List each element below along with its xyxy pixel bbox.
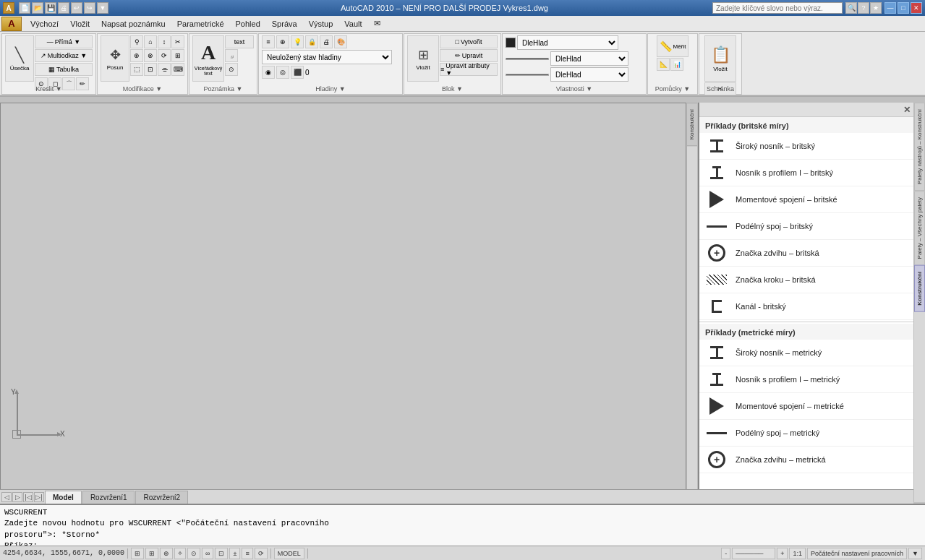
- model-space-btn[interactable]: MODEL: [274, 548, 304, 559]
- qa-new[interactable]: 📄: [19, 2, 30, 14]
- tab-nav-first[interactable]: |◁: [23, 492, 33, 502]
- far-tab-palety-nastroju[interactable]: Palety nástrojů – Konstrukční: [914, 103, 925, 191]
- panel-item-wide-flange-metric[interactable]: Široký nosník – metrický: [699, 340, 913, 366]
- btn-prima[interactable]: — Přímá ▼: [35, 35, 93, 48]
- menu-pohled[interactable]: Pohled: [230, 17, 266, 31]
- konstrukcni-side-label[interactable]: Konstrukční: [686, 103, 698, 502]
- btn-hl8[interactable]: ◎: [276, 66, 289, 79]
- info-btn[interactable]: ?: [858, 2, 869, 14]
- zoom-slider[interactable]: ──────: [732, 548, 775, 559]
- search-btn[interactable]: 🔍: [845, 2, 857, 14]
- btn-hl5[interactable]: 🖨: [320, 35, 333, 48]
- osnap-btn[interactable]: ⊙: [187, 548, 200, 559]
- dyn-btn[interactable]: ±: [229, 548, 240, 559]
- far-tab-palety-vsechny[interactable]: Palety – Všechny palety: [914, 191, 925, 265]
- tab-model[interactable]: Model: [45, 491, 82, 504]
- btn-mod5[interactable]: ⊕: [130, 49, 143, 62]
- btn-mod6[interactable]: ⊗: [144, 49, 157, 62]
- lweight-btn[interactable]: ≡: [242, 548, 252, 559]
- btn-mod10[interactable]: ⊡: [144, 63, 157, 76]
- menu-vault[interactable]: Vault: [338, 17, 367, 31]
- ortho-btn[interactable]: ⊕: [160, 548, 173, 559]
- btn-mod4[interactable]: ✂: [171, 35, 184, 48]
- vlastnosti-dropdown2[interactable]: DleHlad: [550, 51, 628, 66]
- snap-btn[interactable]: ⊞: [131, 548, 144, 559]
- menu-vystup[interactable]: Výstup: [303, 17, 339, 31]
- color-swatch[interactable]: [506, 38, 516, 48]
- tab-layout1[interactable]: Rozvržení1: [82, 491, 135, 504]
- btn-usecka[interactable]: ╲ Úsečka: [5, 35, 34, 82]
- tab-nav-last[interactable]: ▷|: [34, 492, 44, 502]
- menu-email[interactable]: ✉: [368, 17, 386, 31]
- far-tab-konstrukcni[interactable]: Konstrukční: [914, 265, 925, 312]
- btn-mod9[interactable]: ⬚: [130, 63, 143, 76]
- btn-hl6[interactable]: 🎨: [334, 35, 347, 48]
- panel-item-channel-british[interactable]: Kanál - britský: [699, 293, 913, 320]
- btn-upravit[interactable]: ✏ Upravit: [440, 49, 498, 62]
- menu-vlozit[interactable]: Vložit: [64, 17, 95, 31]
- btn-text[interactable]: text: [225, 35, 254, 48]
- btn-mod8[interactable]: ⊞: [171, 49, 184, 62]
- btn-tabulka[interactable]: ▦ Tabulka: [35, 63, 93, 76]
- btn-hl3[interactable]: 💡: [291, 35, 304, 48]
- btn-hl9[interactable]: ⬛: [291, 66, 304, 79]
- grid-btn[interactable]: ⊞: [145, 548, 158, 559]
- tab-nav-right[interactable]: ▷: [12, 492, 22, 502]
- qa-print[interactable]: 🖨: [58, 2, 69, 14]
- maximize-btn[interactable]: □: [898, 2, 909, 14]
- cmdline-area[interactable]: WSCURRENT Zadejte novou hodnotu pro WSCU…: [0, 504, 925, 546]
- btn-vytvorit[interactable]: □ Vytvořit: [440, 35, 498, 48]
- btn-hl7[interactable]: ◉: [262, 66, 275, 79]
- tab-nav-left[interactable]: ◁: [1, 492, 12, 502]
- ducs-btn[interactable]: ⊡: [215, 548, 228, 559]
- btn-vlozit-schranka[interactable]: 📋 Vložit: [704, 35, 736, 82]
- btn-mod1[interactable]: ⚲: [130, 35, 143, 48]
- btn-mod12[interactable]: ⌨: [171, 63, 184, 76]
- polar-btn[interactable]: ⟡: [174, 548, 186, 559]
- btn-hl2[interactable]: ⊕: [276, 35, 289, 48]
- panel-item-iprofile-metric[interactable]: Nosník s profilem I – metrický: [699, 366, 913, 393]
- btn-poz2[interactable]: ⟓: [225, 49, 238, 62]
- zoom-out-btn[interactable]: -: [721, 548, 730, 559]
- toolbar-btn[interactable]: ▼: [908, 548, 922, 559]
- btn-posun[interactable]: ✥ Posun: [101, 35, 129, 82]
- qa-undo[interactable]: ↩: [71, 2, 82, 14]
- btn-vlozit[interactable]: ⊞ Vložit: [407, 35, 439, 82]
- minimize-btn[interactable]: —: [884, 2, 896, 14]
- menu-sprava[interactable]: Správa: [266, 17, 303, 31]
- btn-merit[interactable]: 📏 Měřit: [657, 35, 689, 57]
- qa-redo[interactable]: ↪: [84, 2, 95, 14]
- btn-hl4[interactable]: 🔒: [305, 35, 318, 48]
- drawing-area[interactable]: Y X: [0, 103, 686, 502]
- panel-item-longitudinal-british[interactable]: Podélný spoj – britský: [699, 213, 913, 240]
- btn-poz3[interactable]: ⊙: [225, 63, 238, 76]
- btn-hl1[interactable]: ≡: [262, 35, 275, 48]
- btn-upravit-attr[interactable]: ≡ Upravit atributy ▼: [440, 63, 498, 76]
- qa-more[interactable]: ▼: [97, 2, 108, 14]
- otrack-btn[interactable]: ∞: [202, 548, 213, 559]
- menu-napsat[interactable]: Napsat poznámku: [95, 17, 171, 31]
- panel-item-lift-metric[interactable]: Značka zdvihu – metrická: [699, 447, 913, 473]
- btn-viceriadkovy[interactable]: A Víceřádkovýtext: [192, 35, 224, 82]
- tpmode-btn[interactable]: ⟳: [255, 548, 268, 559]
- menu-vychozi[interactable]: Výchozí: [25, 17, 64, 31]
- btn-mod11[interactable]: ⌯: [158, 63, 171, 76]
- btn-pm2[interactable]: 📊: [670, 58, 683, 71]
- tab-layout2[interactable]: Rozvržení2: [135, 491, 188, 504]
- hladiny-dropdown[interactable]: Neuložený stav hladiny: [262, 50, 392, 64]
- qa-save[interactable]: 💾: [45, 2, 56, 14]
- panel-item-iprofile-british[interactable]: Nosník s profilem I – britský: [699, 160, 913, 186]
- btn-pm1[interactable]: 📐: [657, 58, 670, 71]
- panel-close-btn[interactable]: ✕: [903, 105, 911, 115]
- panel-item-lift-british[interactable]: Značka zdvihu – britská: [699, 240, 913, 267]
- search-input[interactable]: [712, 2, 843, 14]
- btn-multiodkaz[interactable]: ↗ Multiodkaz ▼: [35, 49, 93, 62]
- panel-item-moment-british[interactable]: Momentové spojení – britské: [699, 186, 913, 213]
- panel-item-longitudinal-metric[interactable]: Podélný spoj – metrický: [699, 420, 913, 447]
- btn-mod7[interactable]: ⟳: [158, 49, 171, 62]
- vlastnosti-dropdown1[interactable]: DleHlad: [517, 35, 618, 50]
- zoom-in-btn[interactable]: +: [777, 548, 788, 559]
- btn-mod2[interactable]: ⌂: [144, 35, 157, 48]
- close-btn[interactable]: ✕: [911, 2, 922, 14]
- workspace-switcher[interactable]: Počáteční nastavení pracovních: [807, 548, 907, 559]
